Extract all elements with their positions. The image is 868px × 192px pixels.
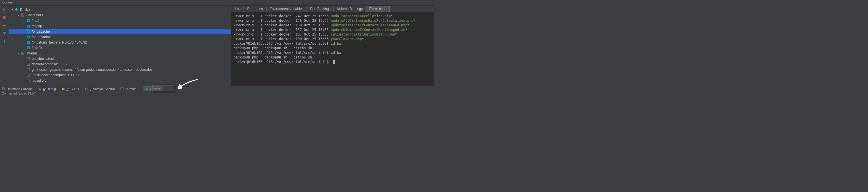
help-icon[interactable]: ?	[2, 39, 6, 43]
main-area: ? Docker Containers /mail/mysql/phpapach…	[0, 6, 434, 86]
image-item[interactable]: intellij/docker/compose:1.11.2-3	[9, 72, 230, 78]
svg-rect-3	[22, 14, 23, 15]
tab-log[interactable]: Log	[232, 6, 244, 12]
tool-window-bar: Database Console 5: Debug 6: TODO 9: Ver…	[0, 86, 434, 91]
title-text: Docker	[2, 1, 12, 4]
tree-label: Docker	[20, 8, 31, 12]
image-icon	[26, 62, 30, 66]
tree-label: docker/compose:1.11.2	[32, 62, 68, 66]
terminal-line: -rwxr-xr-x 1 docker docker 136 Oct 25 13…	[234, 18, 431, 23]
status-bar: Connected (today 13:04)	[0, 91, 434, 96]
tab-port-bindings[interactable]: Port Bindings	[307, 6, 334, 12]
tree-label: /phpstorm_helpers_PS-173.4548.32	[32, 40, 87, 44]
svg-rect-8	[23, 52, 24, 53]
container-icon	[26, 46, 30, 50]
image-item[interactable]: git.thecodingmachine.com:444/tcm-project…	[9, 67, 230, 72]
svg-rect-1	[3, 25, 6, 26]
tree-root-docker[interactable]: Docker	[9, 7, 230, 12]
database-console-button[interactable]: Database Console	[2, 87, 33, 91]
detail-tabs: LogPropertiesEnvironment variablesPort B…	[230, 6, 434, 12]
version-control-button[interactable]: 9: Version Control	[85, 87, 115, 91]
terminal-line: -rwxr-xr-x 1 docker docker 242 Oct 25 13…	[234, 14, 431, 18]
terminal-line: -rwxr-xr-x 1 docker docker 157 Oct 25 13…	[234, 28, 431, 32]
filter-icon[interactable]	[2, 32, 6, 35]
terminal-cursor	[333, 60, 335, 64]
terminal-button[interactable]: Terminal	[120, 87, 137, 91]
svg-rect-10	[23, 53, 24, 55]
container-item[interactable]: /phpapache	[9, 29, 230, 34]
tree-label: /mail	[32, 19, 39, 23]
image-item[interactable]: busybox:latest	[9, 56, 230, 61]
bug-icon	[38, 87, 42, 91]
terminal-prompt-line: docker@81db163bb9f3:/var/www/html/src/sc…	[234, 51, 431, 55]
image-icon	[26, 73, 30, 77]
tree-label: Images	[26, 51, 37, 55]
terminal-line: backupDB.php backupDB.sh batchs.sh	[234, 55, 431, 60]
left-toolbar: ?	[0, 6, 9, 86]
docker-tree[interactable]: Docker Containers /mail/mysql/phpapache/…	[9, 6, 230, 86]
terminal-line: -rwxr-xr-x 1 docker docker 100 Oct 25 13…	[234, 37, 431, 41]
container-icon	[26, 30, 30, 34]
tab-properties[interactable]: Properties	[244, 6, 266, 12]
terminal-output[interactable]: -rwxr-xr-x 1 docker docker 242 Oct 25 13…	[230, 12, 434, 86]
container-icon	[26, 40, 30, 44]
container-item[interactable]: /phpstorm_helpers_PS-173.4548.32	[9, 39, 230, 45]
tree-label: busybox:latest	[32, 57, 54, 61]
tree-label: /traefik	[32, 46, 42, 50]
todo-icon	[62, 87, 65, 91]
db-icon	[2, 87, 5, 91]
svg-rect-7	[22, 52, 23, 53]
container-item[interactable]: /phpmyadmin	[9, 34, 230, 39]
tree-label: mysql:5.6	[32, 78, 46, 83]
terminal-prompt-line: docker@81db163bb9f3:/var/www/html/src/sc…	[234, 60, 431, 64]
image-item[interactable]: docker/compose:1.11.2	[9, 61, 230, 67]
svg-rect-5	[22, 15, 23, 16]
svg-rect-6	[23, 15, 24, 16]
image-icon	[26, 68, 30, 72]
run-icon[interactable]	[2, 7, 6, 11]
image-icon	[26, 57, 30, 61]
tab-exec-bash[interactable]: Exec: bash	[366, 6, 389, 12]
vcs-icon	[85, 87, 88, 91]
tree-label: git.thecodingmachine.com:444/tcm-project…	[32, 68, 153, 72]
container-item[interactable]: /mail	[9, 18, 230, 23]
docker-whale-icon	[145, 87, 149, 91]
tab-environment-variables[interactable]: Environment variables	[267, 6, 307, 12]
container-icon	[26, 35, 30, 39]
chevron-down-icon[interactable]	[17, 52, 20, 55]
container-icon	[26, 24, 30, 28]
terminal-line: -rwxr-xr-x 1 docker docker 138 Oct 25 13…	[234, 23, 431, 28]
svg-text:?: ?	[3, 39, 5, 43]
chevron-down-icon[interactable]	[17, 14, 20, 17]
terminal-prompt-line: docker@81db163bb9f3:/var/www/html/src/sc…	[234, 41, 431, 46]
containers-icon	[21, 13, 25, 17]
tree-label: Containers	[26, 13, 43, 17]
docker-whale-icon	[14, 8, 19, 12]
svg-rect-0	[3, 16, 5, 19]
container-item[interactable]: /traefik	[9, 45, 230, 51]
debug-button[interactable]: 5: Debug	[38, 87, 56, 91]
todo-button[interactable]: 6: TODO	[62, 87, 79, 91]
container-item[interactable]: /mysql	[9, 23, 230, 29]
tree-label: /phpapache	[32, 30, 50, 34]
tab-volume-bindings[interactable]: Volume Bindings	[334, 6, 366, 12]
images-icon	[21, 51, 25, 55]
tree-label: /mysql	[32, 24, 42, 28]
tree-label: intellij/docker/compose:1.11.2-3	[32, 73, 80, 77]
detail-panel: LogPropertiesEnvironment variablesPort B…	[230, 6, 434, 86]
stop-icon[interactable]	[2, 15, 6, 20]
docker-button[interactable]: Docker	[143, 87, 162, 91]
container-icon	[26, 19, 30, 23]
minus-icon[interactable]	[2, 24, 6, 28]
svg-rect-9	[22, 53, 23, 55]
image-item[interactable]: mysql:5.6	[9, 78, 230, 83]
connection-status: Connected (today 13:04)	[2, 92, 36, 95]
tree-containers[interactable]: Containers	[9, 12, 230, 18]
terminal-line: backupDB.php backupDB.sh batchs.sh	[234, 46, 431, 51]
tool-window-title: Docker	[0, 0, 434, 6]
svg-point-13	[39, 88, 41, 89]
chevron-down-icon[interactable]	[11, 8, 14, 11]
tree-images[interactable]: Images	[9, 51, 230, 56]
terminal-line: -rwxr-xr-x 1 docker docker 167 Oct 25 13…	[234, 32, 431, 37]
terminal-icon	[120, 87, 124, 91]
